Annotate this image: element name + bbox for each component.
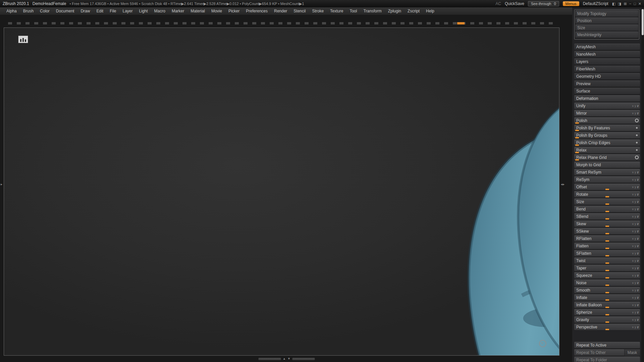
axis-y-toggle[interactable]: y [635,237,636,240]
section-surface[interactable]: Surface [574,88,640,95]
axis-z-toggle[interactable]: z [637,186,639,189]
axis-toggles[interactable]: xyz [632,309,639,316]
deformation-offset[interactable]: Offsetxyz [574,184,640,190]
axis-x-toggle[interactable]: x [632,267,634,270]
deformation-polish-by-groups[interactable]: Polish By Groups [574,132,640,139]
deformation-spherize[interactable]: Spherizexyz [574,309,640,316]
deformation-polish-by-features[interactable]: Polish By Features [574,125,640,131]
axis-toggles[interactable]: xyz [632,316,639,323]
axis-toggles[interactable]: xyz [632,103,639,109]
nav-scrollbar-right[interactable] [292,358,315,360]
axis-toggles[interactable]: xyz [632,243,639,249]
slider-handle[interactable] [575,159,579,161]
deformation-squeeze[interactable]: Squeezexyz [574,272,640,279]
axis-x-toggle[interactable]: x [632,178,634,181]
axis-y-toggle[interactable]: y [635,282,636,285]
deformation-rotate[interactable]: Rotatexyz [574,191,640,198]
axis-x-toggle[interactable]: x [632,105,634,108]
axis-x-toggle[interactable]: x [632,318,634,321]
axis-z-toggle[interactable]: z [637,193,639,196]
axis-x-toggle[interactable]: x [632,171,634,174]
axis-toggles[interactable]: xyz [632,169,639,176]
axis-z-toggle[interactable]: z [637,326,639,329]
axis-x-toggle[interactable]: x [632,274,634,277]
sculpt-viewport[interactable] [4,28,559,355]
axis-z-toggle[interactable]: z [637,171,639,174]
axis-z-toggle[interactable]: z [637,245,639,248]
axis-toggles[interactable]: xyz [632,184,639,190]
deformation-smooth[interactable]: Smoothxyz [574,287,640,294]
axis-z-toggle[interactable]: z [637,289,639,292]
deformation-mirror[interactable]: Mirrorxyz [574,110,640,117]
menu-zplugin[interactable]: Zplugin [385,8,404,14]
axis-y-toggle[interactable]: y [635,259,636,262]
axis-toggles[interactable]: xyz [632,221,639,227]
repeat-to-active-button[interactable]: Repeat To Active [574,342,640,349]
axis-x-toggle[interactable]: x [632,252,634,255]
menu-alpha[interactable]: Alpha [3,8,20,14]
deformation-sflatten[interactable]: SFlattenxyz [574,250,640,257]
axis-x-toggle[interactable]: x [632,112,634,115]
menu-document[interactable]: Document [53,8,77,14]
axis-y-toggle[interactable]: y [635,252,636,255]
deformation-polish-crisp-edges[interactable]: Polish Crisp Edges [574,139,640,146]
slider-handle[interactable] [605,292,609,293]
deformation-bend[interactable]: Bendxyz [574,206,640,213]
nav-scrollbar-left[interactable] [258,358,281,360]
axis-y-toggle[interactable]: y [635,208,636,211]
axis-y-toggle[interactable]: y [635,193,636,196]
mode-ring-toggle-icon[interactable] [635,119,639,122]
slider-handle[interactable] [605,196,609,197]
menu-material[interactable]: Material [187,8,208,14]
axis-toggles[interactable]: xyz [632,257,639,264]
axis-x-toggle[interactable]: x [632,237,634,240]
maximize-icon[interactable]: □ [634,2,636,6]
axis-z-toggle[interactable]: z [637,237,639,240]
slider-handle[interactable] [575,137,579,138]
menu-picker[interactable]: Picker [225,8,243,14]
slider-handle[interactable] [605,270,609,271]
menu-render[interactable]: Render [271,8,290,14]
axis-y-toggle[interactable]: y [635,304,636,307]
document-thumbnail-icon[interactable] [18,36,28,43]
axis-y-toggle[interactable]: y [635,105,636,108]
axis-toggles[interactable]: xyz [632,324,639,330]
deformation-twist[interactable]: Twistxyz [574,257,640,264]
axis-y-toggle[interactable]: y [635,311,636,314]
section-arraymesh[interactable]: ArrayMesh [574,44,640,50]
deformation-perspective[interactable]: Perspectivexyz [574,324,640,330]
section-nanomesh[interactable]: NanoMesh [574,51,640,58]
axis-z-toggle[interactable]: z [637,304,639,307]
menu-stroke[interactable]: Stroke [309,8,327,14]
axis-y-toggle[interactable]: y [635,223,636,226]
axis-toggles[interactable]: xyz [632,228,639,235]
mode-dot-toggle-icon[interactable] [635,126,639,130]
axis-x-toggle[interactable]: x [632,304,634,307]
quicksave-button[interactable]: QuickSave [505,1,524,6]
mode-dot-toggle-icon[interactable] [635,133,639,137]
sculpt-canvas[interactable] [4,28,559,355]
section-fibermesh[interactable]: FiberMesh [574,66,640,72]
deformation-sbend[interactable]: SBendxyz [574,213,640,220]
axis-x-toggle[interactable]: x [632,215,634,218]
menu-draw[interactable]: Draw [77,8,93,14]
axis-y-toggle[interactable]: y [635,171,636,174]
tray-divider-marker[interactable] [457,22,465,24]
menu-help[interactable]: Help [423,8,437,14]
slider-handle[interactable] [605,314,609,315]
axis-x-toggle[interactable]: x [632,282,634,285]
mode-ring-toggle-icon[interactable] [635,156,639,159]
axis-z-toggle[interactable]: z [637,318,639,321]
deformation-inflate[interactable]: Inflatexyz [574,294,640,301]
axis-z-toggle[interactable]: z [637,267,639,270]
slider-handle[interactable] [575,144,579,146]
see-through-slider[interactable]: See-through 0 [528,1,559,6]
close-icon[interactable]: ✕ [638,2,641,6]
axis-z-toggle[interactable]: z [637,215,639,218]
axis-z-toggle[interactable]: z [637,259,639,262]
deformation-morph-to-grid[interactable]: Morph to Grid [574,162,640,168]
axis-x-toggle[interactable]: x [632,296,634,299]
axis-toggles[interactable]: xyz [632,294,639,301]
axis-x-toggle[interactable]: x [632,311,634,314]
menu-preferences[interactable]: Preferences [243,8,271,14]
